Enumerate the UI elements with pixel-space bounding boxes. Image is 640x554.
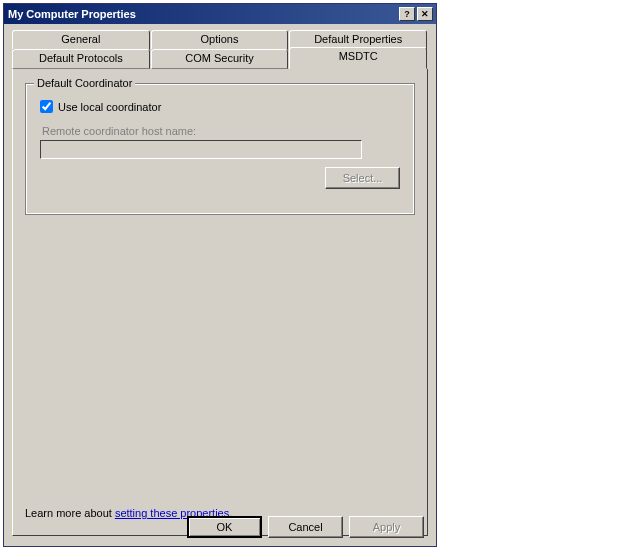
remote-host-input [40, 140, 362, 159]
select-button-row: Select... [36, 167, 404, 189]
properties-dialog: My Computer Properties ? ✕ General Optio… [3, 3, 437, 547]
default-coordinator-group: Default Coordinator Use local coordinato… [25, 83, 415, 215]
tab-default-protocols[interactable]: Default Protocols [12, 49, 150, 69]
tab-panel-msdtc: Default Coordinator Use local coordinato… [12, 69, 428, 536]
dialog-body: General Options Default Properties Defau… [4, 24, 436, 546]
help-button[interactable]: ? [399, 7, 415, 21]
use-local-coordinator-label: Use local coordinator [58, 101, 161, 113]
titlebar: My Computer Properties ? ✕ [4, 4, 436, 24]
groupbox-title: Default Coordinator [34, 77, 135, 89]
cancel-button[interactable]: Cancel [268, 516, 343, 538]
close-button[interactable]: ✕ [417, 7, 433, 21]
window-title: My Computer Properties [8, 8, 397, 20]
use-local-coordinator-checkbox[interactable] [40, 100, 53, 113]
tab-general[interactable]: General [12, 30, 150, 50]
tab-options[interactable]: Options [151, 30, 289, 50]
apply-button: Apply [349, 516, 424, 538]
remote-host-label: Remote coordinator host name: [42, 125, 404, 137]
use-local-coordinator-row[interactable]: Use local coordinator [40, 100, 404, 113]
tab-com-security[interactable]: COM Security [151, 49, 289, 69]
ok-button[interactable]: OK [187, 516, 262, 538]
tab-msdtc[interactable]: MSDTC [289, 47, 427, 69]
tab-row-2: Default Protocols COM Security MSDTC [12, 49, 428, 69]
dialog-button-bar: OK Cancel Apply [187, 516, 424, 538]
select-button: Select... [325, 167, 400, 189]
learn-more-prefix: Learn more about [25, 507, 115, 519]
